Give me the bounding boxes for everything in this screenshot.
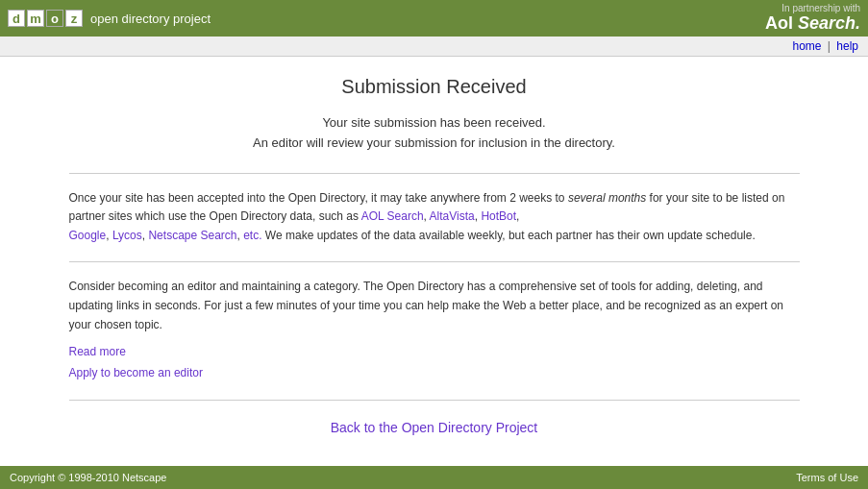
- nav-separator: |: [828, 39, 831, 53]
- read-more-link[interactable]: Read more: [69, 342, 800, 363]
- divider-3: [69, 400, 800, 401]
- subtitle: Your site submission has been received. …: [69, 113, 800, 154]
- back-link[interactable]: Back to the Open Directory Project: [331, 420, 538, 435]
- section1-text-before: Once your site has been accepted into th…: [69, 191, 568, 205]
- site-footer: Copyright © 1998-2010 Netscape Terms of …: [0, 466, 868, 474]
- nav-bar: home | help: [0, 37, 868, 57]
- subtitle-line1: Your site submission has been received.: [322, 115, 545, 130]
- logo-z: z: [65, 10, 83, 27]
- section2-text: Consider becoming an editor and maintain…: [69, 278, 800, 334]
- help-link[interactable]: help: [836, 39, 858, 53]
- footer-copyright: Copyright © 1998-2010 Netscape: [10, 472, 166, 474]
- lycos-link[interactable]: Lycos: [112, 229, 142, 242]
- divider-1: [69, 173, 800, 174]
- aol-search-brand: Aol Search.: [765, 13, 860, 33]
- section1-text-italic: several months: [568, 191, 646, 205]
- header-left: d m o z open directory project: [8, 10, 211, 27]
- divider-2: [69, 261, 800, 262]
- google-link[interactable]: Google: [69, 229, 107, 242]
- logo-d: d: [8, 10, 25, 27]
- apply-editor-link[interactable]: Apply to become an editor: [69, 363, 800, 384]
- section1-text-end: We make updates of the data available we…: [262, 229, 756, 242]
- etc-link[interactable]: etc.: [243, 229, 261, 242]
- logo-o: o: [46, 10, 63, 27]
- section1-text: Once your site has been accepted into th…: [69, 189, 800, 246]
- partnership-text: In partnership with: [765, 3, 860, 13]
- search-label: Search.: [798, 13, 860, 33]
- back-link-container: Back to the Open Directory Project: [69, 420, 800, 435]
- aol-search-link[interactable]: AOL Search: [361, 209, 424, 223]
- site-title: open directory project: [90, 12, 211, 26]
- main-content: Submission Received Your site submission…: [60, 57, 809, 474]
- logo-m: m: [27, 10, 44, 27]
- home-link[interactable]: home: [792, 39, 821, 53]
- subtitle-line2: An editor will review your submission fo…: [253, 135, 615, 150]
- altavista-link[interactable]: AltaVista: [430, 209, 475, 223]
- page-title: Submission Received: [69, 76, 800, 98]
- site-header: d m o z open directory project In partne…: [0, 0, 868, 37]
- dmoz-logo: d m o z: [8, 10, 83, 27]
- aol-label: Aol: [765, 13, 793, 33]
- header-right: In partnership with Aol Search.: [765, 3, 860, 34]
- terms-of-use-link[interactable]: Terms of Use: [796, 472, 858, 474]
- netscape-search-link[interactable]: Netscape Search: [148, 229, 236, 242]
- hotbot-link[interactable]: HotBot: [481, 209, 516, 223]
